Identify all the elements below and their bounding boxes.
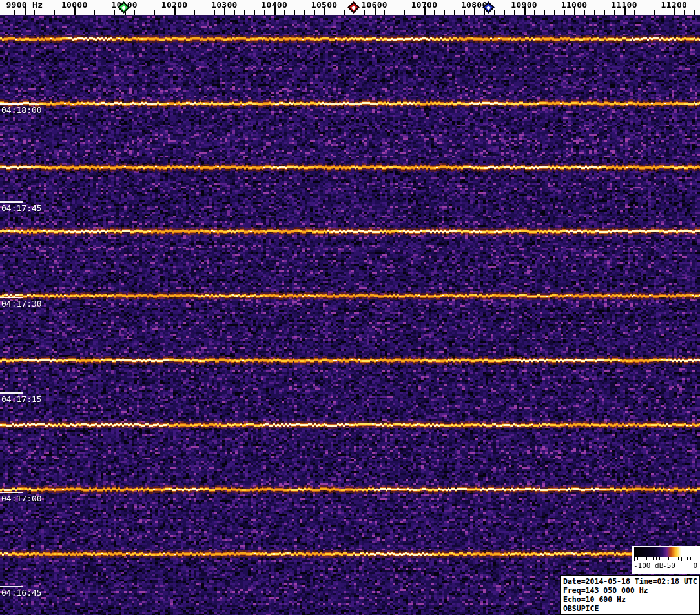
info-echo-frequency: Echo=10 600 Hz	[563, 595, 697, 604]
ruler-tick	[494, 10, 495, 15]
scale-label-min: -100 dB	[633, 561, 663, 570]
freq-label-10400: 10400	[261, 0, 287, 10]
ruler-tick	[284, 10, 285, 15]
marker-center-dot	[351, 5, 356, 10]
ruler-tick	[654, 10, 655, 15]
ruler-tick	[94, 10, 95, 15]
ruler-tick	[484, 10, 485, 15]
frequency-ruler[interactable]: 9900 Hz100001010010200103001040010500106…	[0, 0, 700, 16]
freq-label-10000: 10000	[61, 0, 88, 10]
ruler-tick	[454, 10, 455, 15]
ruler-tick	[564, 10, 565, 15]
ruler-tick	[594, 10, 595, 15]
ruler-tick	[444, 10, 445, 15]
ruler-tick	[134, 10, 135, 15]
scale-tick	[668, 557, 669, 560]
ruler-tick	[264, 10, 265, 15]
scale-label-mid: -50	[663, 561, 675, 570]
ruler-tick	[154, 10, 155, 15]
ruler-tick	[145, 10, 145, 15]
scale-tick	[641, 557, 641, 560]
scale-tick	[690, 557, 691, 560]
freq-label-9900: 9900 Hz	[6, 0, 43, 10]
scale-tick	[685, 557, 685, 560]
scale-tick	[675, 557, 675, 560]
ruler-tick	[664, 10, 664, 15]
info-box: Date=2014-05-18 Time=02:18 UTC Freq=143 …	[560, 575, 700, 615]
ruler-tick	[584, 10, 585, 15]
ruler-tick	[344, 10, 345, 15]
scale-tick	[644, 557, 644, 560]
marker-center-dot	[121, 5, 126, 10]
ruler-tick	[694, 10, 695, 15]
marker-red-diamond-icon[interactable]	[347, 1, 359, 13]
ruler-tick	[114, 10, 115, 15]
ruler-tick	[14, 10, 15, 15]
ruler-tick	[165, 10, 165, 15]
scale-tick	[681, 557, 682, 561]
freq-label-10500: 10500	[311, 0, 338, 10]
ruler-tick	[404, 10, 405, 15]
freq-label-10700: 10700	[411, 0, 438, 10]
color-scale-gradient	[634, 547, 697, 557]
scale-tick	[678, 557, 679, 560]
ruler-tick	[65, 10, 65, 15]
freq-label-11100: 11100	[611, 0, 637, 10]
ruler-tick	[395, 10, 395, 15]
info-station-name: OBSUPICE	[563, 604, 697, 613]
ruler-tick	[604, 10, 605, 15]
marker-center-dot	[486, 5, 491, 10]
ruler-tick	[205, 10, 205, 15]
scale-tick	[666, 557, 666, 561]
ruler-tick	[85, 10, 85, 15]
scale-tick	[687, 557, 688, 560]
ruler-tick	[534, 10, 535, 15]
ruler-tick	[384, 10, 385, 15]
ruler-tick	[464, 10, 465, 15]
ruler-tick	[185, 10, 185, 15]
ruler-tick	[614, 10, 615, 15]
ruler-tick	[684, 10, 685, 15]
color-scale-panel: -100 dB -50 0	[632, 546, 700, 574]
ruler-tick	[234, 10, 235, 15]
scale-tick	[672, 557, 672, 560]
ruler-tick	[54, 10, 55, 15]
ruler-tick	[415, 10, 415, 15]
ruler-tick	[504, 10, 505, 15]
ruler-tick	[194, 10, 195, 15]
freq-label-10300: 10300	[211, 0, 238, 10]
scale-tick	[656, 557, 657, 560]
ruler-tick	[644, 10, 644, 15]
scale-label-max: 0	[693, 561, 697, 570]
scale-tick	[659, 557, 660, 560]
ruler-tick	[34, 10, 35, 15]
scale-tick	[697, 557, 697, 561]
ruler-tick	[514, 10, 515, 15]
ruler-tick	[5, 10, 5, 15]
freq-label-10600: 10600	[361, 0, 387, 10]
scale-tick	[634, 557, 635, 561]
ruler-tick	[554, 10, 555, 15]
spectrogram-canvas[interactable]	[0, 16, 700, 615]
scale-tick	[663, 557, 663, 560]
ruler-tick	[434, 10, 435, 15]
ruler-tick	[244, 10, 245, 15]
ruler-tick	[314, 10, 315, 15]
ruler-tick	[105, 10, 105, 15]
scale-tick	[650, 557, 650, 561]
scale-tick	[646, 557, 647, 560]
ruler-tick	[335, 10, 335, 15]
ruler-tick	[304, 10, 305, 15]
ruler-tick	[544, 10, 545, 15]
scale-tick	[653, 557, 654, 560]
ruler-tick	[294, 10, 295, 15]
waterfall-window: 9900 Hz100001010010200103001040010500106…	[0, 0, 700, 615]
ruler-tick	[634, 10, 635, 15]
scale-tick	[637, 557, 638, 560]
info-frequency: Freq=143 050 000 Hz	[563, 586, 697, 595]
freq-label-10200: 10200	[161, 0, 188, 10]
info-date-time: Date=2014-05-18 Time=02:18 UTC	[563, 577, 697, 586]
ruler-tick	[364, 10, 365, 15]
freq-label-11000: 11000	[561, 0, 588, 10]
ruler-tick	[45, 10, 45, 15]
